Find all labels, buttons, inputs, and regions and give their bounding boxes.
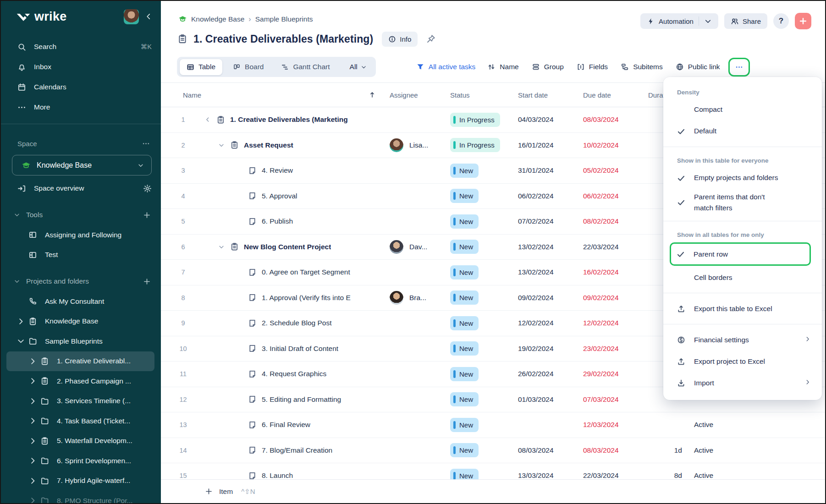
- tab-board[interactable]: Board: [226, 59, 270, 75]
- chevron-right-icon[interactable]: [28, 377, 37, 385]
- start-date[interactable]: 26/02/2024: [518, 370, 583, 378]
- task-name[interactable]: 1. Approval (Verify fits into E: [262, 294, 351, 302]
- task-name[interactable]: Asset Request: [244, 141, 293, 149]
- breadcrumb-item[interactable]: Knowledge Base: [191, 15, 244, 23]
- column-header-assignee[interactable]: Assignee: [390, 91, 450, 99]
- due-date[interactable]: 10/02/2024: [583, 141, 648, 149]
- due-date[interactable]: 08/03/2024: [583, 115, 648, 124]
- task-name[interactable]: 7. Blog/Email Creation: [262, 446, 332, 455]
- sidebar-item-3-services-timeline[interactable]: 3. Services Timeline (...: [1, 391, 161, 411]
- chevron-right-icon[interactable]: [17, 317, 25, 326]
- start-date[interactable]: 12/02/2024: [518, 319, 583, 327]
- table-row[interactable]: 15 8. Launch New 13/03/2024 22/03/2024 8…: [161, 463, 825, 479]
- space-selector[interactable]: Knowledge Base: [12, 155, 152, 175]
- user-avatar[interactable]: [124, 9, 139, 24]
- sidebar-item-8-pmo-structure-por[interactable]: 8. PMO Structure (Por...: [1, 491, 161, 503]
- column-header-name[interactable]: Name: [161, 91, 390, 99]
- status-badge[interactable]: New: [450, 367, 479, 381]
- due-date[interactable]: 08/02/2024: [583, 217, 648, 225]
- menu-item-import[interactable]: Import: [663, 372, 822, 394]
- start-date[interactable]: 09/02/2024: [518, 294, 583, 302]
- status-badge[interactable]: New: [450, 316, 479, 330]
- due-date[interactable]: 12/03/2024: [583, 421, 648, 429]
- sidebar-item-7-hybrid-agile-waterf[interactable]: 7. Hybrid Agile-waterf...: [1, 471, 161, 491]
- public-link-button[interactable]: Public link: [676, 63, 720, 71]
- status-badge[interactable]: New: [450, 469, 479, 479]
- status-badge[interactable]: New: [450, 443, 479, 457]
- start-date[interactable]: 16/01/2024: [518, 141, 583, 149]
- menu-item-export-project-to-excel[interactable]: Export project to Excel: [663, 351, 822, 372]
- due-date[interactable]: 29/02/2024: [583, 370, 648, 378]
- status-badge[interactable]: New: [450, 265, 479, 279]
- due-date[interactable]: 06/02/2024: [583, 192, 648, 200]
- sidebar-item-search[interactable]: Search ⌘K: [1, 37, 161, 57]
- task-name[interactable]: 1. Creative Deliverables (Marketing: [230, 115, 348, 124]
- table-options-button[interactable]: [728, 58, 750, 77]
- due-date[interactable]: 05/02/2024: [583, 166, 648, 175]
- task-name[interactable]: 6. Final Review: [262, 421, 310, 429]
- due-date[interactable]: 07/03/2024: [583, 395, 648, 404]
- task-name[interactable]: 8. Launch: [262, 471, 293, 479]
- menu-item-export-this-table-to-excel[interactable]: Export this table to Excel: [663, 298, 822, 319]
- status-badge[interactable]: In Progress: [450, 113, 500, 127]
- sidebar-item-knowledge-base[interactable]: Knowledge Base: [1, 312, 161, 332]
- task-name[interactable]: 0. Agree on Target Segment: [262, 268, 350, 276]
- table-row[interactable]: 13 6. Final Review New 12/03/2024 Active: [161, 412, 825, 438]
- sidebar-item-space-overview[interactable]: Space overview: [1, 178, 161, 198]
- menu-item-parent-row[interactable]: Parent row: [670, 242, 811, 266]
- sidebar-item-assigning-and-following[interactable]: Assigning and Following: [1, 225, 161, 245]
- due-date[interactable]: 23/02/2024: [583, 345, 648, 353]
- task-name[interactable]: 5. Approval: [262, 192, 297, 200]
- sidebar-item-inbox[interactable]: Inbox: [1, 57, 161, 77]
- status-badge[interactable]: New: [450, 418, 479, 432]
- sidebar-item-calendars[interactable]: Calendars: [1, 77, 161, 97]
- filter-button[interactable]: All active tasks: [416, 63, 476, 71]
- menu-item-default[interactable]: Default: [663, 121, 822, 142]
- assignee-avatar[interactable]: [390, 138, 403, 152]
- status-badge[interactable]: New: [450, 214, 479, 229]
- sidebar-item-2-phased-campaign[interactable]: 2. Phased Campaign ...: [1, 371, 161, 391]
- task-name[interactable]: 6. Publish: [262, 217, 293, 225]
- subitems-button[interactable]: Subitems: [621, 63, 663, 71]
- status-badge[interactable]: New: [450, 164, 479, 178]
- create-button[interactable]: [795, 13, 811, 29]
- breadcrumb-item[interactable]: Sample Blueprints: [255, 15, 313, 23]
- start-date[interactable]: 13/02/2024: [518, 268, 583, 276]
- sidebar-item-ask-my-consultant[interactable]: Ask My Consultant: [1, 291, 161, 312]
- chevron-right-icon[interactable]: [28, 456, 37, 465]
- chevron-right-icon[interactable]: [28, 397, 37, 405]
- chevron-right-icon[interactable]: [28, 437, 37, 445]
- help-button[interactable]: ?: [773, 13, 789, 29]
- tab-gantt-chart[interactable]: Gantt Chart: [274, 59, 336, 75]
- chevron-down-icon[interactable]: [218, 244, 225, 250]
- chevron-right-icon[interactable]: [28, 416, 37, 425]
- chevron-left-icon[interactable]: [204, 116, 211, 123]
- space-options-icon[interactable]: [142, 140, 150, 148]
- start-date[interactable]: 13/02/2024: [518, 243, 583, 251]
- start-date[interactable]: 06/02/2024: [518, 192, 583, 200]
- plus-icon[interactable]: [143, 278, 151, 285]
- start-date[interactable]: 31/01/2024: [518, 166, 583, 175]
- column-header-status[interactable]: Status: [450, 91, 518, 99]
- sidebar-collapse-icon[interactable]: [144, 12, 153, 21]
- sidebar-item-6-sprint-developmen[interactable]: 6. Sprint Developmen...: [1, 451, 161, 471]
- due-date[interactable]: 22/03/2024: [583, 471, 648, 479]
- add-item-bar[interactable]: Item ^⇧N: [161, 479, 825, 503]
- menu-item-financial-settings[interactable]: Financial settings: [663, 329, 822, 351]
- plus-icon[interactable]: [143, 211, 151, 219]
- menu-item-empty-projects-and-folders[interactable]: Empty projects and folders: [663, 167, 822, 189]
- due-date[interactable]: 12/02/2024: [583, 319, 648, 327]
- sidebar-section-tools[interactable]: Tools: [1, 205, 161, 225]
- task-name[interactable]: 4. Review: [262, 166, 293, 175]
- task-name[interactable]: 3. Initial Draft of Content: [262, 345, 338, 353]
- views-dropdown[interactable]: All: [341, 63, 373, 71]
- sidebar-item-5-waterfall-developm[interactable]: 5. Waterfall Developm...: [1, 431, 161, 451]
- due-date[interactable]: 09/02/2024: [583, 294, 648, 302]
- due-date[interactable]: 22/03/2024: [583, 243, 648, 251]
- status-badge[interactable]: In Progress: [450, 138, 500, 152]
- share-button[interactable]: Share: [724, 13, 767, 29]
- menu-item-cell-borders[interactable]: Cell borders: [663, 267, 822, 288]
- chevron-down-icon[interactable]: [17, 337, 25, 345]
- chevron-right-icon[interactable]: [28, 477, 37, 485]
- sort-ascending-icon[interactable]: [369, 91, 376, 99]
